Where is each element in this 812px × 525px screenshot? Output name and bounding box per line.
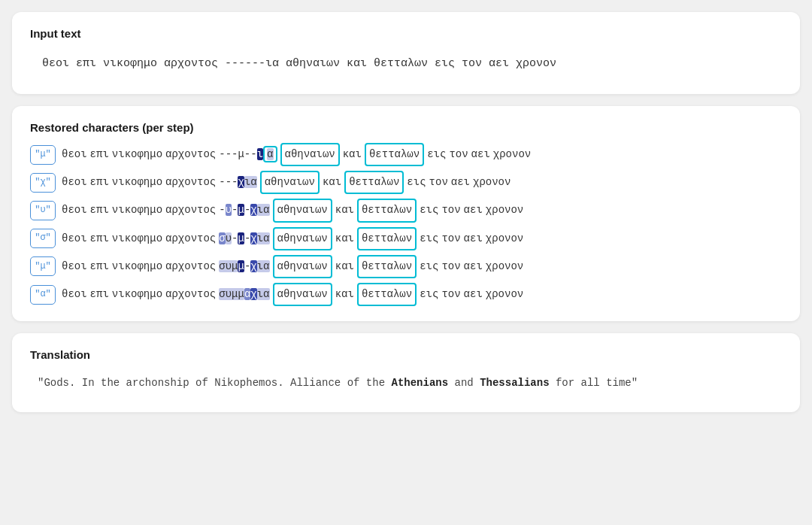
word: και — [335, 201, 354, 220]
word: ---χια — [219, 173, 256, 192]
restored-title: Restored characters (per step) — [30, 121, 782, 134]
word: εις — [420, 285, 438, 304]
word: αει — [464, 257, 483, 276]
table-row: "σ" θεοι επι νικοφημο αρχοντος συ-μ-χια … — [30, 227, 782, 250]
char-badge-3: "υ" — [30, 201, 56, 220]
word: και — [335, 229, 354, 248]
word: χρονον — [486, 285, 523, 304]
word: επι — [90, 173, 109, 192]
word-cyan-9: αθηναιων — [273, 255, 332, 278]
input-text: θεοι επι νικοφημο αρχοντος ------ια αθην… — [30, 49, 782, 79]
word: ---μ--ια — [219, 145, 277, 164]
translation-after: for all time" — [550, 377, 638, 389]
word: θεοι — [62, 229, 87, 248]
word: θεοι — [62, 145, 87, 164]
word: τον — [429, 173, 448, 192]
word: τον — [441, 201, 460, 220]
word: αρχοντος — [165, 201, 216, 220]
word: αρχοντος — [165, 145, 216, 164]
word: επι — [90, 229, 109, 248]
translation-section: Translation "Gods. In the archonship of … — [12, 333, 800, 412]
word: τον — [449, 145, 468, 164]
word: νικοφημο — [112, 285, 162, 304]
word: αει — [451, 173, 470, 192]
word: εις — [420, 257, 438, 276]
char-badge-4: "σ" — [30, 229, 56, 248]
word: νικοφημο — [112, 145, 162, 164]
word: εις — [420, 201, 438, 220]
word: αρχοντος — [165, 285, 216, 304]
translation-text: "Gods. In the archonship of Nikophemos. … — [30, 370, 782, 397]
char-badge-6: "α" — [30, 285, 56, 305]
char-badge-1: "μ" — [30, 145, 56, 165]
word: χρονον — [473, 173, 511, 192]
word: και — [343, 145, 362, 164]
input-title: Input text — [30, 27, 782, 40]
word: αρχοντος — [165, 229, 216, 248]
word: και — [335, 285, 354, 304]
word: νικοφημο — [112, 173, 162, 192]
word-cyan-12: θετταλων — [357, 283, 417, 306]
word: -υ-μ-χια — [219, 201, 269, 220]
table-row: "χ" θεοι επι νικοφημο αρχοντος ---χια αθ… — [30, 171, 782, 194]
word: εις — [427, 145, 446, 164]
word-cyan-3: αθηναιων — [260, 171, 320, 194]
word: εις — [420, 229, 438, 248]
word: επι — [90, 257, 109, 276]
table-row: "α" θεοι επι νικοφημο αρχοντος συμμαχια … — [30, 283, 782, 306]
translation-before: "Gods. In the archonship of Nikophemos. … — [38, 377, 391, 389]
word-cyan-1: αθηναιων — [280, 143, 340, 166]
word: αρχοντος — [165, 257, 216, 276]
table-row: "μ" θεοι επι νικοφημο αρχοντος συμμ-χια … — [30, 255, 782, 278]
word: χρονον — [486, 229, 523, 248]
word: συ-μ-χια — [219, 229, 269, 248]
input-section: Input text θεοι επι νικοφημο αρχοντος --… — [12, 12, 800, 94]
translation-bold-1: Athenians — [391, 377, 448, 389]
word-cyan-2: θετταλων — [365, 143, 424, 166]
word-cyan-5: αθηναιων — [273, 199, 332, 222]
word: θεοι — [62, 201, 87, 220]
row-text-6: θεοι επι νικοφημο αρχοντος συμμαχια αθην… — [62, 283, 523, 306]
translation-title: Translation — [30, 348, 782, 361]
word: νικοφημο — [112, 229, 162, 248]
word-cyan-4: θετταλων — [344, 171, 404, 194]
char-badge-5: "μ" — [30, 256, 56, 276]
word: συμμαχια — [219, 285, 269, 304]
word: και — [335, 257, 354, 276]
restored-section: Restored characters (per step) "μ" θεοι … — [12, 106, 800, 321]
row-text-5: θεοι επι νικοφημο αρχοντος συμμ-χια αθην… — [62, 255, 523, 278]
translation-bold-2: Thessalians — [480, 377, 549, 389]
word: αει — [464, 229, 483, 248]
word: αρχοντος — [165, 173, 216, 192]
word: νικοφημο — [112, 201, 162, 220]
word: επι — [90, 145, 109, 164]
word-cyan-7: αθηναιων — [273, 227, 332, 250]
word: και — [323, 173, 341, 192]
table-row: "μ" θεοι επι νικοφημο αρχοντος ---μ--ια … — [30, 143, 782, 166]
word: χρονον — [493, 145, 531, 164]
word: τον — [441, 229, 460, 248]
word-cyan-11: αθηναιων — [273, 283, 332, 306]
restored-rows-container: "μ" θεοι επι νικοφημο αρχοντος ---μ--ια … — [30, 143, 782, 306]
word: εις — [407, 173, 426, 192]
word: χρονον — [486, 201, 523, 220]
word: θεοι — [62, 257, 87, 276]
char-badge-2: "χ" — [30, 173, 56, 193]
word: νικοφημο — [112, 257, 162, 276]
translation-mid: and — [448, 377, 480, 389]
word: αει — [464, 285, 483, 304]
word: θεοι — [62, 173, 87, 192]
row-text-2: θεοι επι νικοφημο αρχοντος ---χια αθηναι… — [62, 171, 511, 194]
table-row: "υ" θεοι επι νικοφημο αρχοντος -υ-μ-χια … — [30, 199, 782, 222]
word: τον — [441, 257, 460, 276]
word: αει — [464, 201, 483, 220]
word: τον — [441, 285, 460, 304]
word: επι — [90, 201, 109, 220]
row-text-3: θεοι επι νικοφημο αρχοντος -υ-μ-χια αθην… — [62, 199, 523, 222]
word: συμμ-χια — [219, 257, 269, 276]
word-cyan-8: θετταλων — [357, 227, 417, 250]
row-text-4: θεοι επι νικοφημο αρχοντος συ-μ-χια αθην… — [62, 227, 523, 250]
word: θεοι — [62, 285, 87, 304]
word: επι — [90, 285, 109, 304]
word-cyan-6: θετταλων — [357, 199, 417, 222]
